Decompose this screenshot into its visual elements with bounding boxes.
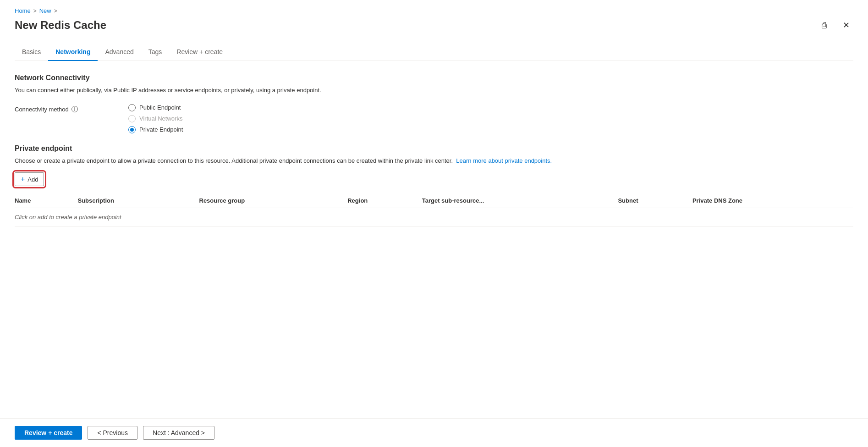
tab-review-create[interactable]: Review + create (169, 44, 230, 61)
breadcrumb-home[interactable]: Home (15, 7, 31, 14)
connectivity-method-row: Connectivity method i Public Endpoint Vi… (15, 104, 853, 133)
add-endpoint-button[interactable]: + Add (15, 172, 44, 186)
radio-virtual-networks[interactable]: Virtual Networks (128, 115, 183, 122)
previous-button[interactable]: < Previous (88, 426, 137, 440)
tab-advanced[interactable]: Advanced (98, 44, 141, 61)
print-button[interactable]: ⎙ (817, 18, 831, 33)
col-resource-group: Resource group (199, 193, 348, 208)
col-target-sub-resource: Target sub-resource... (422, 193, 618, 208)
close-button[interactable]: ✕ (839, 18, 853, 33)
table-empty-message: Click on add to create a private endpoin… (15, 208, 853, 226)
table-header-row: Name Subscription Resource group Region … (15, 193, 853, 208)
page-title: New Redis Cache (15, 19, 106, 32)
breadcrumb: Home > New > (15, 7, 853, 14)
tab-tags[interactable]: Tags (141, 44, 170, 61)
bottom-bar: Review + create < Previous Next : Advanc… (0, 418, 868, 447)
network-connectivity-section: Network Connectivity You can connect eit… (15, 74, 853, 133)
radio-private-endpoint-label: Private Endpoint (139, 126, 183, 133)
connectivity-method-options: Public Endpoint Virtual Networks Private… (128, 104, 183, 133)
network-connectivity-title: Network Connectivity (15, 74, 853, 82)
tab-basics[interactable]: Basics (15, 44, 48, 61)
radio-virtual-networks-input (128, 115, 136, 122)
radio-private-endpoint-input (128, 126, 136, 133)
radio-public-endpoint-input (128, 104, 136, 111)
plus-icon: + (21, 175, 25, 183)
col-private-dns-zone: Private DNS Zone (692, 193, 853, 208)
private-endpoint-section: Private endpoint Choose or create a priv… (15, 144, 853, 227)
col-name: Name (15, 193, 77, 208)
network-connectivity-desc: You can connect either publically, via P… (15, 86, 853, 95)
radio-private-endpoint[interactable]: Private Endpoint (128, 126, 183, 133)
private-endpoint-title: Private endpoint (15, 144, 853, 153)
breadcrumb-sep-1: > (33, 8, 37, 14)
breadcrumb-sep-2: > (54, 8, 57, 14)
endpoint-table: Name Subscription Resource group Region … (15, 193, 853, 226)
table-empty-row: Click on add to create a private endpoin… (15, 208, 853, 226)
connectivity-method-info-icon[interactable]: i (71, 106, 78, 112)
radio-public-endpoint-label: Public Endpoint (139, 104, 181, 111)
next-button[interactable]: Next : Advanced > (143, 426, 214, 440)
radio-public-endpoint[interactable]: Public Endpoint (128, 104, 183, 111)
col-subscription: Subscription (77, 193, 199, 208)
tab-bar: Basics Networking Advanced Tags Review +… (15, 44, 853, 61)
review-create-button[interactable]: Review + create (15, 426, 82, 440)
connectivity-method-label: Connectivity method i (15, 104, 106, 113)
col-region: Region (347, 193, 422, 208)
learn-more-link[interactable]: Learn more about private endpoints. (456, 157, 552, 164)
col-subnet: Subnet (618, 193, 692, 208)
close-icon: ✕ (843, 20, 850, 30)
print-icon: ⎙ (822, 21, 827, 30)
private-endpoint-desc: Choose or create a private endpoint to a… (15, 156, 853, 166)
radio-virtual-networks-label: Virtual Networks (139, 115, 182, 122)
tab-networking[interactable]: Networking (48, 44, 98, 61)
breadcrumb-new[interactable]: New (39, 7, 51, 14)
